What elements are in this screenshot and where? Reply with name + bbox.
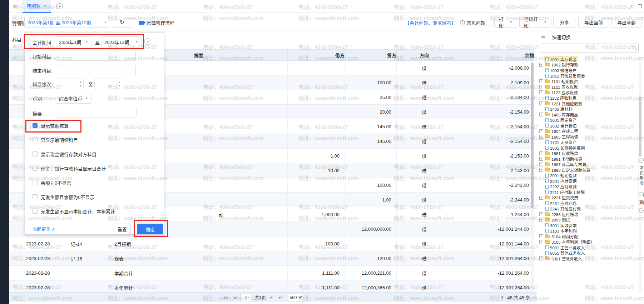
page-number-input[interactable] bbox=[241, 294, 251, 301]
ledger-flow-link[interactable]: 账簿管理流程 bbox=[139, 19, 174, 26]
filter-checkbox[interactable]: 无发生额且余额为0不显示 bbox=[33, 193, 94, 200]
level-to-stepper[interactable]: ▲▼ bbox=[94, 79, 122, 89]
fullscreen-icon[interactable] bbox=[638, 4, 642, 8]
faq-link[interactable]: ? 常见问题 bbox=[460, 19, 485, 26]
account-tree-item[interactable]: + 1132 应收利息 bbox=[539, 95, 638, 101]
summary-filter-input[interactable] bbox=[56, 108, 137, 118]
account-tree-item[interactable]: + 1997 商品库存核算 bbox=[539, 162, 638, 168]
account-search-input[interactable] bbox=[540, 44, 639, 53]
account-tree-item[interactable]: + 2241 其他应付款 bbox=[539, 206, 638, 212]
page-size-select[interactable]: 500 bbox=[288, 294, 303, 301]
circle-plus-icon[interactable]: + bbox=[144, 38, 151, 45]
account-tree-item[interactable]: + 1405 库存商品 bbox=[539, 112, 638, 118]
column-header[interactable]: 借方 bbox=[288, 50, 345, 60]
checkbox-icon[interactable] bbox=[33, 180, 38, 185]
expand-plus-icon[interactable]: + bbox=[539, 218, 543, 222]
account-tree-item[interactable]: + 1604 在建工程 bbox=[539, 129, 638, 134]
expand-plus-icon[interactable]: + bbox=[539, 101, 543, 105]
level-from-stepper[interactable]: ▲▼ bbox=[56, 79, 84, 89]
scroll-top-icon[interactable]: ↑ bbox=[630, 4, 633, 9]
expert-qa-link[interactable]: 【会计问题，专家解答】 bbox=[405, 19, 456, 26]
expand-plus-icon[interactable]: + bbox=[539, 196, 543, 200]
table-row[interactable]: 2023-02-28 记-14 2月报销 100.00 借 -12,001,14… bbox=[9, 236, 534, 251]
confirm-button[interactable]: 确定 bbox=[137, 224, 163, 234]
currency-select[interactable]: 综合本位币▼ bbox=[56, 93, 91, 104]
continuous-print-button[interactable]: 连续打印▼ bbox=[519, 17, 551, 28]
account-tree-item[interactable]: + 3001 实收资本 bbox=[539, 223, 638, 228]
account-tree-item[interactable]: + 5001 主营业务收入 bbox=[539, 245, 638, 250]
last-page-icon[interactable]: ►| bbox=[278, 295, 282, 299]
filter-checkbox[interactable]: 只显示最明细科目 bbox=[33, 136, 78, 143]
account-tree-item[interactable]: + 1801 长期待摊费用 bbox=[539, 145, 638, 151]
account-tree-item[interactable]: + 1001 库存现金 bbox=[539, 56, 638, 62]
page-help-label[interactable]: 本页帮助 bbox=[639, 166, 644, 186]
account-tree-item[interactable]: + 2202 应付账款 bbox=[539, 184, 638, 190]
filter-checkbox[interactable]: 现金、银行存款科目显示日合计 bbox=[33, 165, 106, 172]
filter-checkbox[interactable]: 无发生额不显示本期合计、本年累计 bbox=[33, 208, 115, 215]
expand-plus-icon[interactable]: + bbox=[539, 168, 543, 172]
checkbox-icon[interactable]: ✓ bbox=[33, 123, 38, 128]
prev-page-icon[interactable]: ◄ bbox=[233, 295, 236, 299]
checkbox-icon[interactable] bbox=[33, 209, 38, 214]
expand-plus-icon[interactable]: + bbox=[539, 151, 543, 155]
checkbox-icon[interactable] bbox=[33, 194, 38, 199]
expand-plus-icon[interactable]: + bbox=[539, 79, 543, 83]
account-tree-item[interactable]: + 1403 原材料 bbox=[539, 106, 638, 112]
reset-button[interactable]: 重置 bbox=[114, 224, 131, 234]
expand-plus-icon[interactable]: + bbox=[539, 113, 543, 116]
account-tree-item[interactable]: + 1881 应收账款 bbox=[539, 151, 638, 156]
checkbox-icon[interactable] bbox=[33, 137, 38, 142]
start-subject-input[interactable] bbox=[56, 51, 136, 61]
print-button[interactable]: 打印▼ bbox=[494, 17, 517, 28]
account-tree-item[interactable]: + 3105 本年利润（明细） bbox=[539, 239, 638, 245]
account-tree-item[interactable]: + 3104 利润分配 bbox=[539, 234, 638, 239]
table-scrollbar-thumb[interactable] bbox=[531, 63, 534, 208]
export-all-button[interactable]: 导出全部 bbox=[611, 17, 642, 28]
gift-icon[interactable]: 🎁 bbox=[639, 200, 644, 205]
feedback-icon[interactable]: … bbox=[639, 193, 644, 197]
account-tree-item[interactable]: + 2999 测试 bbox=[539, 217, 638, 223]
refresh-button[interactable]: ↻ bbox=[112, 17, 132, 28]
tab-history-icon[interactable]: ▾ bbox=[56, 3, 63, 9]
account-tree-item[interactable]: + 2001 短期借款 bbox=[539, 173, 638, 179]
account-tree-item[interactable]: + 2211 应付职工薪酬 bbox=[539, 189, 638, 195]
account-tree-item[interactable]: + 5051 其他业务收入 bbox=[539, 250, 638, 256]
collapse-rail-icon[interactable]: » bbox=[639, 208, 644, 213]
account-tree-item[interactable]: + 1122 应收账款 bbox=[539, 90, 638, 95]
expand-plus-icon[interactable]: + bbox=[539, 234, 543, 238]
account-tree-item[interactable]: + 1121 应收账款 bbox=[539, 84, 638, 90]
account-tree-item[interactable]: + 2288 应付账款 bbox=[539, 211, 638, 217]
lightbulb-icon[interactable]: ☼ bbox=[639, 158, 644, 163]
share-button[interactable]: 分享 bbox=[553, 17, 575, 28]
filter-checkbox[interactable]: 余额为0不显示 bbox=[33, 179, 71, 186]
first-page-icon[interactable]: |◄ bbox=[224, 295, 228, 299]
next-page-icon[interactable]: ► bbox=[270, 295, 273, 299]
table-row[interactable]: 2023-02-28 本年累计 1,111.00 12,000,366.00 借… bbox=[9, 280, 534, 292]
expand-plus-icon[interactable]: + bbox=[539, 163, 543, 166]
column-header[interactable]: 贷方 bbox=[345, 50, 397, 60]
period-to-select[interactable]: 2023年12期▼ bbox=[101, 36, 142, 47]
column-header[interactable]: 余额 bbox=[452, 50, 534, 60]
period-selector[interactable]: 2023年第1期 至 2023年第12期 ▲ bbox=[24, 17, 110, 28]
expand-plus-icon[interactable]: + bbox=[539, 240, 543, 244]
filter-checkbox[interactable]: 显示现金银行存款对方科目 bbox=[33, 150, 96, 158]
account-tree-item[interactable]: + 2201 应付票据 bbox=[539, 178, 638, 184]
account-tree-item[interactable]: + 5301 营业外收入 bbox=[539, 256, 638, 261]
expand-plus-icon[interactable]: + bbox=[539, 256, 543, 260]
account-tree-item[interactable]: + 1602 累计折旧 bbox=[539, 123, 638, 129]
expand-plus-icon[interactable]: + bbox=[539, 157, 543, 161]
account-tree-item[interactable]: + 1605 工程物资 bbox=[539, 134, 638, 140]
table-scrollbar[interactable] bbox=[531, 62, 534, 291]
account-tree-item[interactable]: + 1991 多辅助核算 bbox=[539, 156, 638, 162]
account-tree-item[interactable]: + 1012 其他货币资金 bbox=[539, 73, 638, 79]
filter-checkbox[interactable]: ✓ 显示辅助核算 bbox=[33, 122, 69, 129]
account-tree-item[interactable]: + 1701 无形资产 bbox=[539, 140, 638, 145]
account-tree-item[interactable]: + 1221 其他应收款 bbox=[539, 101, 638, 106]
account-tree-item[interactable]: + 1998 自定义辅助核算 bbox=[539, 167, 638, 173]
expand-plus-icon[interactable]: + bbox=[539, 85, 543, 89]
expand-plus-icon[interactable]: + bbox=[539, 63, 543, 67]
checkbox-icon[interactable] bbox=[33, 166, 38, 171]
tab-close-icon[interactable]: × bbox=[44, 4, 46, 9]
expand-plus-icon[interactable]: + bbox=[539, 90, 543, 94]
account-tree-item[interactable]: + 1002 银行存款 bbox=[539, 62, 638, 68]
